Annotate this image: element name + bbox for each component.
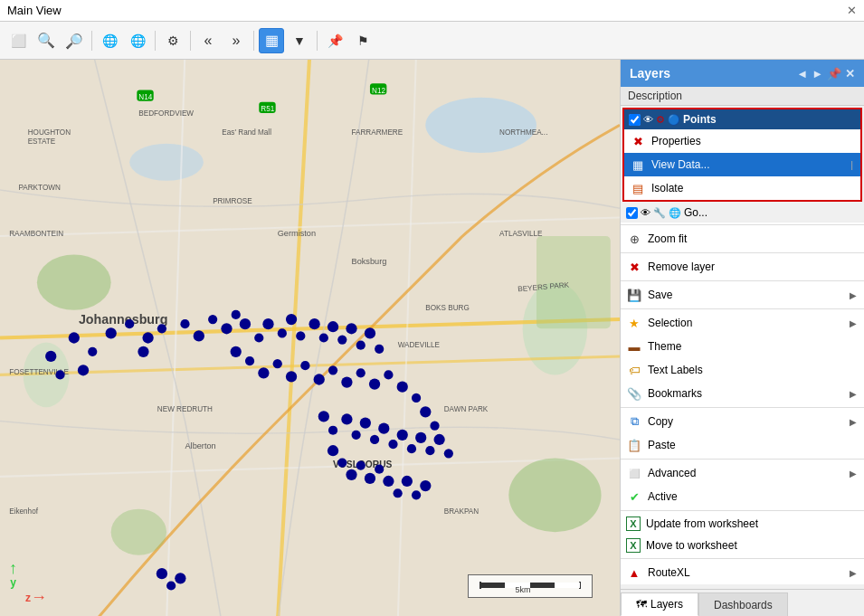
dropdown-button[interactable]: ▼ (287, 28, 312, 53)
menu-item-advanced[interactable]: ⬜ Advanced ▶ (621, 461, 864, 485)
pin-button[interactable]: 📌 (322, 28, 347, 53)
layers-close-button[interactable]: ✕ (845, 67, 855, 81)
svg-point-71 (356, 341, 366, 350)
close-button[interactable]: ✕ (847, 4, 857, 17)
svg-point-50 (106, 327, 117, 338)
menu-item-copy[interactable]: ⧉ Copy ▶ (621, 410, 864, 433)
layers-forward-button[interactable]: ► (812, 67, 823, 81)
svg-text:WADEVILLE: WADEVILLE (398, 341, 441, 349)
svg-point-57 (208, 315, 217, 324)
svg-point-77 (273, 359, 282, 368)
menu-item-move-worksheet[interactable]: X Move to worksheet (621, 535, 864, 556)
routexl-arrow: ▶ (850, 568, 857, 578)
menu-item-routexl[interactable]: ▲ RouteXL ▶ (621, 561, 864, 584)
y-axis-indicator: ↑ y (9, 560, 17, 589)
menu-item-theme[interactable]: ▬ Theme (621, 335, 864, 358)
svg-point-87 (412, 393, 421, 403)
svg-point-92 (341, 413, 352, 424)
layer-visibility-icon: 👁 (643, 114, 653, 125)
grid-button[interactable]: ▦ (259, 28, 284, 53)
menu-item-selection[interactable]: ★ Selection ▶ (621, 311, 864, 335)
svg-point-97 (388, 440, 397, 449)
svg-text:N12: N12 (372, 87, 385, 95)
sep-advanced (621, 459, 864, 460)
bookmarks-icon: 📎 (626, 385, 642, 402)
layer-checkbox-go[interactable] (626, 207, 638, 219)
svg-point-81 (328, 365, 337, 374)
svg-point-114 (420, 480, 431, 491)
globe-button-1[interactable]: 🌐 (97, 28, 122, 53)
svg-point-102 (434, 434, 445, 445)
svg-rect-124 (555, 583, 580, 588)
menu-item-paste[interactable]: 📋 Paste (621, 433, 864, 457)
back-button[interactable]: « (195, 28, 221, 53)
svg-point-72 (365, 327, 375, 338)
map-svg: Johannesburg HOUGHTON ESTATE BEDFORDVIEW… (0, 60, 620, 616)
menu-item-zoomfit[interactable]: ⊕ Zoom fit (621, 227, 864, 251)
context-menu-rest: ⊕ Zoom fit ✖ Remove layer 💾 Save ▶ ★ S (621, 222, 864, 584)
flag-button[interactable]: ⚑ (350, 28, 375, 53)
svg-text:Eikenhof: Eikenhof (9, 507, 38, 516)
svg-point-88 (420, 406, 431, 417)
layer-item-go[interactable]: 👁 🔧 🌐 Go... (621, 204, 864, 222)
svg-point-91 (328, 426, 337, 435)
menu-item-update-worksheet[interactable]: X Update from worksheet (621, 513, 864, 535)
svg-text:ATLASVILLE: ATLASVILLE (499, 230, 543, 238)
menu-item-bookmarks[interactable]: 📎 Bookmarks ▶ (621, 382, 864, 405)
svg-point-110 (383, 476, 394, 487)
globe-button-2[interactable]: 🌐 (125, 28, 150, 53)
toolbar-separator-5 (317, 31, 318, 51)
menu-item-properties[interactable]: ✖ Properties (624, 129, 860, 153)
menu-item-active[interactable]: ✔ Active (621, 485, 864, 508)
svg-text:Alberton: Alberton (185, 441, 215, 450)
layers-back-button[interactable]: ◄ (796, 67, 808, 81)
select-tool-button[interactable]: ⬜ (5, 28, 31, 53)
svg-point-73 (375, 345, 384, 354)
dashboards-tab-label: Dashboards (714, 599, 773, 611)
svg-point-108 (365, 473, 375, 484)
toolbar-separator-1 (91, 31, 92, 51)
advanced-icon: ⬜ (626, 465, 642, 481)
layer-checkbox-points[interactable] (629, 114, 641, 126)
layers-pin-button[interactable]: 📌 (827, 67, 841, 81)
layer-scroll-area[interactable]: 👁 ⚙ 🔵 Points ✖ Properties ▦ View Data (621, 106, 864, 589)
layer-item-points[interactable]: 👁 ⚙ 🔵 Points (624, 109, 860, 129)
menu-item-text-labels[interactable]: 🏷 Text Labels (621, 358, 864, 382)
zoom-fit-icon: ⊕ (626, 231, 642, 247)
svg-point-106 (346, 469, 356, 480)
window-title: Main View (7, 4, 62, 17)
selection-arrow: ▶ (850, 318, 857, 328)
svg-rect-121 (480, 583, 505, 588)
zoom-out-button[interactable]: 🔍 (62, 28, 87, 53)
menu-item-view-data[interactable]: ▦ View Data... | (624, 153, 860, 176)
svg-text:HOUGHTON: HOUGHTON (28, 128, 71, 137)
settings-button[interactable]: ⚙ (160, 28, 185, 53)
map-area[interactable]: Johannesburg HOUGHTON ESTATE BEDFORDVIEW… (0, 60, 620, 616)
description-label: Description (628, 90, 682, 102)
forward-button[interactable]: » (223, 28, 249, 53)
svg-point-13 (508, 458, 601, 532)
svg-point-96 (378, 423, 389, 434)
svg-point-79 (300, 361, 309, 370)
svg-text:5km: 5km (515, 585, 530, 593)
svg-point-76 (258, 367, 269, 378)
svg-point-70 (346, 323, 356, 334)
move-worksheet-icon: X (626, 538, 641, 553)
zoom-in-button[interactable]: 🔍 (33, 28, 59, 53)
svg-point-100 (415, 432, 426, 443)
menu-item-remove-layer[interactable]: ✖ Remove layer (621, 255, 864, 279)
description-header: Description (621, 87, 864, 106)
svg-point-80 (314, 374, 325, 384)
menu-item-save[interactable]: 💾 Save ▶ (621, 283, 864, 307)
svg-point-112 (402, 476, 413, 487)
menu-item-isolate[interactable]: ▤ Isolate (624, 176, 860, 200)
layer2-icon2: 🔧 (653, 207, 666, 219)
tab-dashboards[interactable]: Dashboards (698, 592, 788, 616)
svg-point-61 (254, 333, 263, 342)
tab-layers[interactable]: 🗺 Layers (621, 592, 698, 616)
copy-icon: ⧉ (626, 413, 642, 430)
svg-point-113 (412, 490, 421, 499)
svg-text:Boksburg: Boksburg (352, 257, 387, 266)
svg-point-48 (78, 365, 89, 375)
svg-point-69 (337, 335, 347, 344)
